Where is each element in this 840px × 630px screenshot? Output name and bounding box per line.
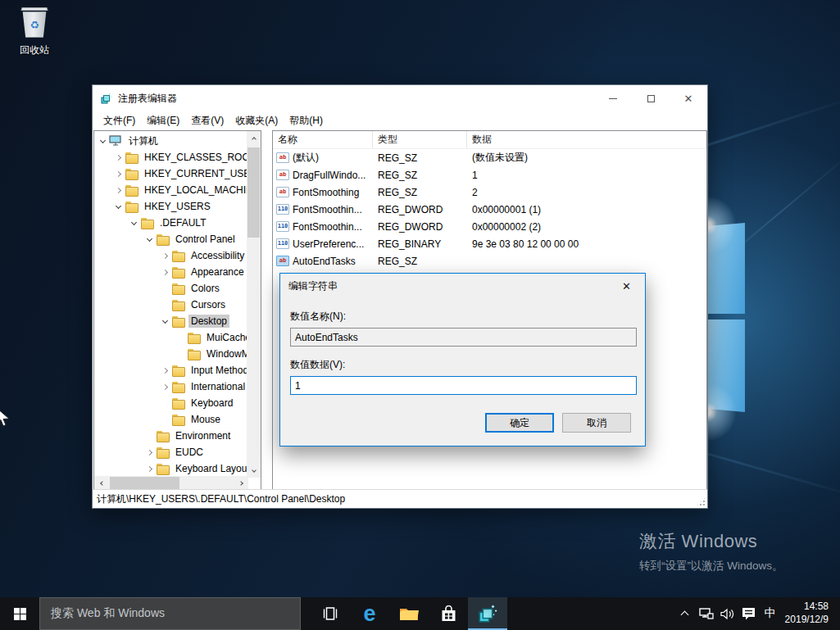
expander-icon[interactable] <box>143 446 156 459</box>
tree-vertical-scrollbar[interactable] <box>247 131 261 478</box>
tree-item-label[interactable]: Appearance <box>188 265 247 279</box>
scroll-right-icon[interactable] <box>234 476 248 490</box>
maximize-button[interactable] <box>632 85 670 111</box>
scroll-left-icon[interactable] <box>94 476 108 490</box>
expander-icon[interactable] <box>112 184 125 197</box>
menu-item[interactable]: 查看(V) <box>185 111 229 130</box>
tree-item[interactable]: HKEY_LOCAL_MACHINE <box>94 182 247 198</box>
close-button[interactable]: ✕ <box>670 85 707 111</box>
expander-icon[interactable] <box>159 365 171 377</box>
registry-value-row[interactable]: ab AutoEndTasks REG_SZ <box>273 252 706 270</box>
tree-item-label[interactable]: 计算机 <box>126 134 161 149</box>
tray-expand-button[interactable] <box>675 597 695 630</box>
tree-item[interactable]: Keyboard <box>94 395 247 411</box>
ok-button[interactable]: 确定 <box>485 413 554 433</box>
tree-item[interactable]: WindowM <box>94 346 247 362</box>
expander-icon[interactable] <box>97 135 109 147</box>
tree-item[interactable]: 计算机 <box>94 133 247 149</box>
recycle-bin-desktop-icon[interactable]: ♻ 回收站 <box>8 7 61 57</box>
tree-item-label[interactable]: Keyboard <box>188 397 235 410</box>
menu-item[interactable]: 编辑(E) <box>141 111 185 130</box>
expander-icon[interactable] <box>175 348 187 360</box>
tree-item-label[interactable]: HKEY_USERS <box>142 200 213 213</box>
tree-item[interactable]: Control Panel <box>94 231 247 247</box>
tree-item[interactable]: Cursors <box>94 297 247 313</box>
tree-item-label[interactable]: Control Panel <box>173 233 238 246</box>
registry-value-row[interactable]: ab DragFullWindo... REG_SZ 1 <box>273 166 706 184</box>
registry-value-row[interactable]: ab FontSmoothing REG_SZ 2 <box>273 184 706 201</box>
dialog-titlebar[interactable]: 编辑字符串 ✕ <box>280 274 645 298</box>
action-center-button[interactable] <box>739 597 759 630</box>
tree-item[interactable]: HKEY_USERS <box>94 198 247 215</box>
tree-item-label[interactable]: International <box>188 380 247 393</box>
start-button[interactable] <box>0 597 39 630</box>
expander-icon[interactable] <box>159 283 171 295</box>
tree-item[interactable]: Keyboard Layou <box>94 460 247 476</box>
tree-item-label[interactable]: Mouse <box>188 413 223 426</box>
tree-item[interactable]: Desktop <box>94 313 247 329</box>
store-button[interactable] <box>429 597 468 630</box>
taskbar-clock[interactable]: 14:58 2019/12/9 <box>782 601 833 626</box>
cancel-button[interactable]: 取消 <box>562 413 631 433</box>
network-button[interactable] <box>697 597 716 630</box>
tree-item[interactable]: Mouse <box>94 411 247 428</box>
scroll-up-icon[interactable] <box>247 131 261 145</box>
expander-icon[interactable] <box>159 381 171 393</box>
tree-item[interactable]: EUDC <box>94 444 247 460</box>
tree-item-label[interactable]: Keyboard Layou <box>173 462 247 475</box>
tree-item-label[interactable]: WindowM <box>204 347 247 360</box>
ime-indicator[interactable]: 中 <box>761 597 780 630</box>
tree-item[interactable]: Accessibility <box>94 247 247 264</box>
tree-item[interactable]: MuiCache <box>94 329 247 346</box>
expander-icon[interactable] <box>112 201 125 213</box>
taskbar-search-box[interactable]: 搜索 Web 和 Windows <box>39 597 301 630</box>
horizontal-scroll-thumb[interactable] <box>110 477 179 489</box>
expander-icon[interactable] <box>112 152 125 164</box>
tree-item[interactable]: HKEY_CURRENT_USER <box>94 165 247 182</box>
dialog-close-button[interactable]: ✕ <box>608 274 645 298</box>
vertical-scroll-thumb[interactable] <box>247 147 260 238</box>
expander-icon[interactable] <box>159 397 171 410</box>
minimize-button[interactable] <box>594 85 632 111</box>
column-header-1[interactable]: 类型 <box>373 131 467 148</box>
registry-value-row[interactable]: 110 FontSmoothin... REG_DWORD 0x00000001… <box>273 201 706 218</box>
expander-icon[interactable] <box>143 233 156 246</box>
expander-icon[interactable] <box>159 299 171 311</box>
tree-horizontal-scrollbar[interactable] <box>94 476 248 490</box>
volume-button[interactable] <box>718 597 738 630</box>
value-data-field[interactable] <box>290 376 637 395</box>
expander-icon[interactable] <box>159 250 171 262</box>
column-header-2[interactable]: 数据 <box>467 131 706 148</box>
tree-item[interactable]: Input Method <box>94 362 247 378</box>
tree-item[interactable]: Colors <box>94 280 247 297</box>
menu-item[interactable]: 收藏夹(A) <box>229 111 284 130</box>
tree-item[interactable]: HKEY_CLASSES_ROOT <box>94 149 247 165</box>
menu-item[interactable]: 帮助(H) <box>284 111 329 130</box>
tree-item-label[interactable]: Accessibility <box>188 249 247 262</box>
tree-item-label[interactable]: .DEFAULT <box>157 216 208 229</box>
regedit-taskbar-button[interactable] <box>468 597 507 630</box>
tree-item-label[interactable]: MuiCache <box>204 331 247 344</box>
expander-icon[interactable] <box>143 463 156 475</box>
registry-value-row[interactable]: ab (默认) REG_SZ (数值未设置) <box>273 149 706 166</box>
tree-item-label[interactable]: Cursors <box>188 298 228 311</box>
tree-item-label[interactable]: Environment <box>173 429 233 442</box>
tree-item-label[interactable]: HKEY_CURRENT_USER <box>142 167 247 180</box>
tree-item-label[interactable]: Desktop <box>188 315 229 328</box>
resize-grip[interactable] <box>696 496 706 507</box>
expander-icon[interactable] <box>112 168 125 180</box>
column-header-0[interactable]: 名称 <box>273 131 373 148</box>
tree-item[interactable]: International <box>94 378 247 395</box>
tree-item[interactable]: .DEFAULT <box>94 215 247 231</box>
tree-item[interactable]: Appearance <box>94 264 247 280</box>
tree-item[interactable]: Environment <box>94 428 247 444</box>
tree-item-label[interactable]: HKEY_LOCAL_MACHINE <box>142 184 247 197</box>
registry-value-row[interactable]: 110 UserPreferenc... REG_BINARY 9e 3e 03… <box>273 235 706 252</box>
menu-item[interactable]: 文件(F) <box>98 111 141 130</box>
regedit-titlebar[interactable]: 注册表编辑器 ✕ <box>93 85 707 111</box>
file-explorer-button[interactable] <box>389 597 429 630</box>
expander-icon[interactable] <box>159 414 171 426</box>
tree-item-label[interactable]: EUDC <box>173 446 206 459</box>
value-name-field[interactable] <box>290 328 637 347</box>
expander-icon[interactable] <box>159 315 171 328</box>
